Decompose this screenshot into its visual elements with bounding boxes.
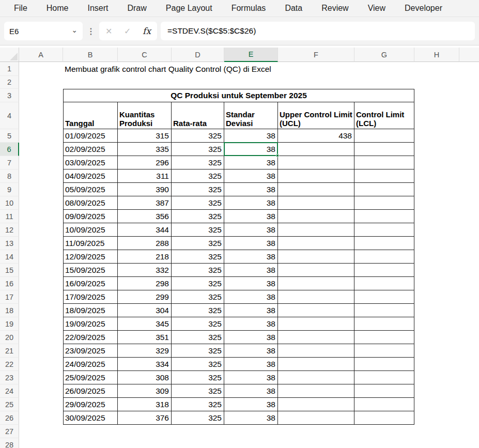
cell-C26[interactable]: 376 bbox=[118, 411, 172, 425]
cell-B11[interactable]: 09/09/2025 bbox=[63, 210, 118, 223]
row-header-2[interactable]: 2 bbox=[0, 76, 19, 89]
cell-D16[interactable]: 325 bbox=[172, 277, 224, 290]
cell-F13[interactable] bbox=[278, 237, 354, 250]
cell-B12[interactable]: 10/09/2025 bbox=[63, 223, 118, 237]
cell-E5[interactable]: 38 bbox=[224, 129, 278, 143]
row-header-6[interactable]: 6 bbox=[0, 143, 19, 156]
cell-C12[interactable]: 344 bbox=[118, 223, 172, 237]
row-header-19[interactable]: 19 bbox=[0, 317, 19, 331]
cell-D4[interactable]: Rata-rata bbox=[172, 102, 224, 129]
cell-E6[interactable]: 38 bbox=[224, 143, 278, 156]
cell-E4[interactable]: Standar Deviasi bbox=[224, 102, 278, 129]
cell-D7[interactable]: 325 bbox=[172, 156, 224, 169]
row-header-21[interactable]: 21 bbox=[0, 344, 19, 358]
row-header-13[interactable]: 13 bbox=[0, 237, 19, 250]
row-header-15[interactable]: 15 bbox=[0, 264, 19, 277]
cell-C17[interactable]: 299 bbox=[118, 290, 172, 304]
column-header-E[interactable]: E bbox=[224, 48, 278, 62]
cell-D26[interactable]: 325 bbox=[172, 411, 224, 425]
table-title-cell[interactable]: QC Produksi untuk September 2025 bbox=[63, 89, 414, 102]
cell-C5[interactable]: 315 bbox=[118, 129, 172, 143]
cell-C8[interactable]: 311 bbox=[118, 169, 172, 183]
cell-E25[interactable]: 38 bbox=[224, 398, 278, 411]
chevron-down-icon[interactable]: ⌄ bbox=[71, 26, 78, 34]
row-header-24[interactable]: 24 bbox=[0, 384, 19, 398]
cell-C18[interactable]: 304 bbox=[118, 304, 172, 317]
cell-F7[interactable] bbox=[278, 156, 354, 169]
cell-A12[interactable] bbox=[19, 223, 63, 237]
cell-C14[interactable]: 218 bbox=[118, 250, 172, 264]
cell-A26[interactable] bbox=[19, 411, 63, 425]
cell-D20[interactable]: 325 bbox=[172, 331, 224, 344]
cell-B7[interactable]: 03/09/2025 bbox=[63, 156, 118, 169]
cell-F5[interactable]: 438 bbox=[278, 129, 354, 143]
cell-D21[interactable]: 325 bbox=[172, 344, 224, 358]
row-header-26[interactable]: 26 bbox=[0, 411, 19, 425]
cell-F17[interactable] bbox=[278, 290, 354, 304]
cell-F16[interactable] bbox=[278, 277, 354, 290]
cell-G16[interactable] bbox=[354, 277, 414, 290]
cell-B5[interactable]: 01/09/2025 bbox=[63, 129, 118, 143]
more-options-icon[interactable]: ⋮ bbox=[86, 26, 96, 36]
enter-icon[interactable]: ✓ bbox=[124, 26, 131, 36]
row-header-10[interactable]: 10 bbox=[0, 196, 19, 210]
cell-A28[interactable] bbox=[19, 438, 63, 448]
cell-E22[interactable]: 38 bbox=[224, 358, 278, 371]
menu-item-data[interactable]: Data bbox=[285, 4, 302, 13]
row-header-23[interactable]: 23 bbox=[0, 371, 19, 384]
row-header-16[interactable]: 16 bbox=[0, 277, 19, 290]
column-header-H[interactable]: H bbox=[414, 48, 459, 62]
cell-E8[interactable]: 38 bbox=[224, 169, 278, 183]
cell-G19[interactable] bbox=[354, 317, 414, 331]
cell-A3[interactable] bbox=[19, 89, 63, 102]
cell-D9[interactable]: 325 bbox=[172, 183, 224, 196]
cell-F15[interactable] bbox=[278, 264, 354, 277]
cell-A15[interactable] bbox=[19, 264, 63, 277]
cell-D19[interactable]: 325 bbox=[172, 317, 224, 331]
cell-G12[interactable] bbox=[354, 223, 414, 237]
menu-item-formulas[interactable]: Formulas bbox=[231, 4, 266, 13]
cell-B21[interactable]: 23/09/2025 bbox=[63, 344, 118, 358]
menu-item-file[interactable]: File bbox=[14, 4, 27, 13]
cell-E21[interactable]: 38 bbox=[224, 344, 278, 358]
cell-G26[interactable] bbox=[354, 411, 414, 425]
cell-E19[interactable]: 38 bbox=[224, 317, 278, 331]
cell-C15[interactable]: 332 bbox=[118, 264, 172, 277]
row-header-18[interactable]: 18 bbox=[0, 304, 19, 317]
cell-B6[interactable]: 02/09/2025 bbox=[63, 143, 118, 156]
cell-A18[interactable] bbox=[19, 304, 63, 317]
insert-function-icon[interactable]: fx bbox=[143, 26, 151, 36]
column-header-partial[interactable] bbox=[459, 48, 479, 62]
cell-A16[interactable] bbox=[19, 277, 63, 290]
cell-D14[interactable]: 325 bbox=[172, 250, 224, 264]
row-header-20[interactable]: 20 bbox=[0, 331, 19, 344]
cell-C22[interactable]: 334 bbox=[118, 358, 172, 371]
cell-C23[interactable]: 308 bbox=[118, 371, 172, 384]
cell-B10[interactable]: 08/09/2025 bbox=[63, 196, 118, 210]
cell-A19[interactable] bbox=[19, 317, 63, 331]
cell-B24[interactable]: 26/09/2025 bbox=[63, 384, 118, 398]
cell-C11[interactable]: 356 bbox=[118, 210, 172, 223]
cell-D17[interactable]: 325 bbox=[172, 290, 224, 304]
cell-F14[interactable] bbox=[278, 250, 354, 264]
cell-E12[interactable]: 38 bbox=[224, 223, 278, 237]
cell-F18[interactable] bbox=[278, 304, 354, 317]
row-header-27[interactable]: 27 bbox=[0, 425, 19, 438]
cell-G14[interactable] bbox=[354, 250, 414, 264]
cell-A13[interactable] bbox=[19, 237, 63, 250]
cell-E20[interactable]: 38 bbox=[224, 331, 278, 344]
cell-C20[interactable]: 351 bbox=[118, 331, 172, 344]
cell-E13[interactable]: 38 bbox=[224, 237, 278, 250]
cell-E18[interactable]: 38 bbox=[224, 304, 278, 317]
cell-B19[interactable]: 19/09/2025 bbox=[63, 317, 118, 331]
cell-B20[interactable]: 22/09/2025 bbox=[63, 331, 118, 344]
column-header-F[interactable]: F bbox=[278, 48, 354, 62]
row-header-11[interactable]: 11 bbox=[0, 210, 19, 223]
cell-B18[interactable]: 18/09/2025 bbox=[63, 304, 118, 317]
column-header-D[interactable]: D bbox=[172, 48, 224, 62]
cell-E14[interactable]: 38 bbox=[224, 250, 278, 264]
cell-D6[interactable]: 325 bbox=[172, 143, 224, 156]
column-header-C[interactable]: C bbox=[118, 48, 172, 62]
cell-A17[interactable] bbox=[19, 290, 63, 304]
cell-A27[interactable] bbox=[19, 425, 63, 438]
